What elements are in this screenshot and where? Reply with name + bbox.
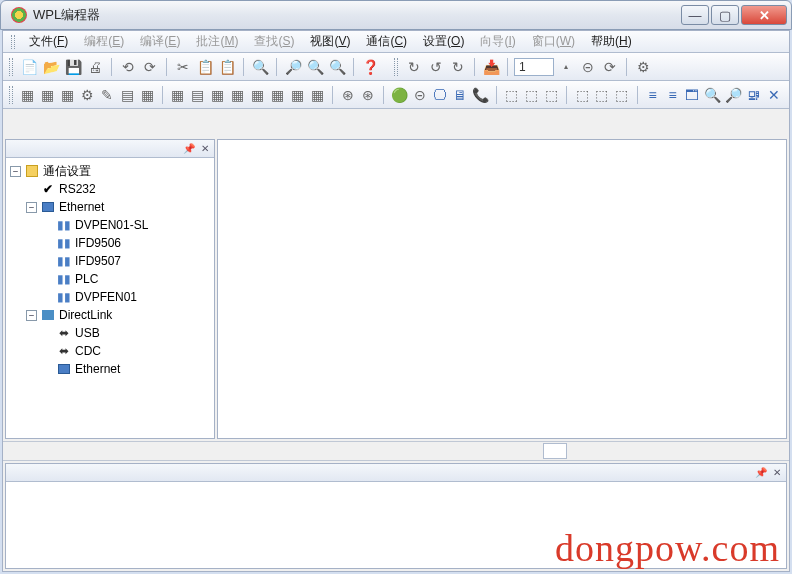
- toolbar-button[interactable]: 🗔: [683, 85, 701, 105]
- menu-查找: 查找(S): [246, 31, 302, 52]
- toolbar-button[interactable]: ❓: [360, 57, 380, 77]
- device-icon: ▮▮: [57, 254, 71, 268]
- toolbar-button: 🔍: [250, 57, 270, 77]
- tree-label: Ethernet: [59, 200, 104, 214]
- toolbar-button: ▦: [229, 85, 247, 105]
- ethernet-icon: [57, 362, 71, 376]
- panel-header: 📌 ✕: [6, 140, 214, 158]
- toolbar-button[interactable]: ≡: [644, 85, 662, 105]
- comm-tree[interactable]: −通信设置✔RS232−Ethernet▮▮DVPEN01-SL▮▮IFD950…: [6, 158, 214, 438]
- menu-编译: 编译(E): [132, 31, 188, 52]
- close-button[interactable]: ✕: [741, 5, 787, 25]
- tree-label: CDC: [75, 344, 101, 358]
- tree-node[interactable]: ▮▮PLC: [10, 270, 210, 288]
- menu-文件[interactable]: 文件(F): [21, 31, 76, 52]
- tree-label: Ethernet: [75, 362, 120, 376]
- expander-icon[interactable]: −: [10, 166, 21, 177]
- toolbar-button[interactable]: 🖵: [431, 85, 449, 105]
- toolbar-button: ▤: [118, 85, 136, 105]
- device-icon: ▮▮: [57, 290, 71, 304]
- toolbar-grip: [9, 86, 13, 104]
- toolbar-grip: [9, 58, 13, 76]
- toolbar-button: ⬚: [613, 85, 631, 105]
- toolbar-button: ⬚: [542, 85, 560, 105]
- toolbar-button: ▦: [169, 85, 187, 105]
- tree-node[interactable]: ✔RS232: [10, 180, 210, 198]
- menu-向导: 向导(I): [472, 31, 523, 52]
- menu-批注: 批注(M): [188, 31, 246, 52]
- tree-node[interactable]: −Ethernet: [10, 198, 210, 216]
- panel-pin-icon[interactable]: 📌: [182, 142, 196, 156]
- menu-设置[interactable]: 设置(O): [415, 31, 472, 52]
- titlebar: WPL编程器 — ▢ ✕: [0, 0, 792, 30]
- tree-node[interactable]: −DirectLink: [10, 306, 210, 324]
- tree-label: DirectLink: [59, 308, 112, 322]
- toolbar-button[interactable]: ✕: [765, 85, 783, 105]
- device-icon: ▮▮: [57, 272, 71, 286]
- menu-帮助[interactable]: 帮助(H): [583, 31, 640, 52]
- toolbar-button[interactable]: 📄: [19, 57, 39, 77]
- toolbar-button[interactable]: 🔍: [703, 85, 722, 105]
- toolbar-button: ▦: [19, 85, 37, 105]
- toolbar-button: ▦: [249, 85, 267, 105]
- tree-node[interactable]: ⬌CDC: [10, 342, 210, 360]
- output-pin-icon[interactable]: 📌: [754, 466, 768, 480]
- menu-窗口: 窗口(W): [524, 31, 583, 52]
- panel-close-icon[interactable]: ✕: [198, 142, 212, 156]
- tree-node[interactable]: ▮▮DVPEN01-SL: [10, 216, 210, 234]
- toolbar-button: 📋: [217, 57, 237, 77]
- tree-node[interactable]: ⬌USB: [10, 324, 210, 342]
- toolbar-button: ⬚: [502, 85, 520, 105]
- menu-编程: 编程(E): [76, 31, 132, 52]
- menu-视图[interactable]: 视图(V): [302, 31, 358, 52]
- toolbar-button: ↻: [448, 57, 468, 77]
- toolbar-button: ⟳: [140, 57, 160, 77]
- usb-icon: ⬌: [57, 344, 71, 358]
- toolbar-button: 🔎: [283, 57, 303, 77]
- toolbar-button[interactable]: 🟢: [390, 85, 409, 105]
- toolbar-button[interactable]: ≡: [664, 85, 682, 105]
- toolbar-button: ⟲: [118, 57, 138, 77]
- toolbar-main: 📄📂💾🖨⟲⟳✂📋📋🔍🔎🔍🔍❓↻↺↻📥▴⊝⟳⚙: [3, 53, 789, 81]
- toolbar-button[interactable]: 🖥: [451, 85, 469, 105]
- toolbar-button: ⬚: [593, 85, 611, 105]
- toolbar-button: ⊝: [578, 57, 598, 77]
- ethernet-icon: [41, 200, 55, 214]
- toolbar-button: ⊝: [411, 85, 429, 105]
- tree-root[interactable]: −通信设置: [10, 162, 210, 180]
- toolbar-button: ⚙: [633, 57, 653, 77]
- tree-node[interactable]: ▮▮DVPFEN01: [10, 288, 210, 306]
- toolbar-button[interactable]: 🖳: [745, 85, 763, 105]
- maximize-button[interactable]: ▢: [711, 5, 739, 25]
- menu-通信[interactable]: 通信(C): [358, 31, 415, 52]
- toolbar-button: 🔍: [305, 57, 325, 77]
- usb-icon: ⬌: [57, 326, 71, 340]
- check-icon: ✔: [41, 182, 55, 196]
- tree-label: RS232: [59, 182, 96, 196]
- toolbar-button: ↻: [404, 57, 424, 77]
- status-strip: [3, 441, 789, 461]
- toolbar-button: 📥: [481, 57, 501, 77]
- toolbar-button[interactable]: 📂: [41, 57, 61, 77]
- tree-node[interactable]: ▮▮IFD9506: [10, 234, 210, 252]
- expander-icon[interactable]: −: [26, 310, 37, 321]
- root-icon: [25, 164, 39, 178]
- expander-icon[interactable]: −: [26, 202, 37, 213]
- tree-label: DVPFEN01: [75, 290, 137, 304]
- status-box: [543, 443, 567, 459]
- toolbar-button[interactable]: 🔎: [724, 85, 743, 105]
- output-close-icon[interactable]: ✕: [770, 466, 784, 480]
- output-panel: 📌 ✕: [5, 463, 787, 569]
- device-icon: ▮▮: [57, 218, 71, 232]
- minimize-button[interactable]: —: [681, 5, 709, 25]
- tree-label: PLC: [75, 272, 98, 286]
- toolbar-button: ▦: [39, 85, 57, 105]
- toolbar-button: ↺: [426, 57, 446, 77]
- tree-node[interactable]: Ethernet: [10, 360, 210, 378]
- toolbar-button: ⊛: [359, 85, 377, 105]
- page-input[interactable]: [514, 58, 554, 76]
- toolbar-button: ✎: [98, 85, 116, 105]
- toolbar-button: ⬚: [573, 85, 591, 105]
- tree-node[interactable]: ▮▮IFD9507: [10, 252, 210, 270]
- editor-view[interactable]: [217, 139, 787, 439]
